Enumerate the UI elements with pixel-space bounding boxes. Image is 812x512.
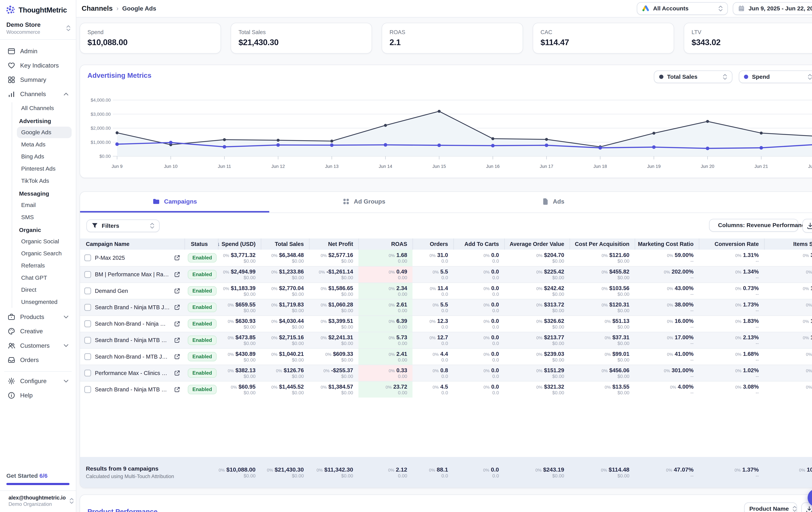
row-checkbox[interactable] [84, 353, 91, 360]
sidebar-item-email[interactable]: Email [17, 199, 71, 211]
sidebar-item-admin[interactable]: Admin [4, 44, 71, 58]
tab-ad-groups[interactable]: Ad Groups [269, 192, 459, 213]
table-row[interactable]: P-Max 2025Enabled0%$3,771.32$0.000%$6,34… [80, 250, 812, 266]
metric-value: 2.12 [396, 466, 407, 473]
metric-subvalue: $0.00 [617, 340, 630, 346]
sidebar-item-meta-ads[interactable]: Meta Ads [17, 139, 71, 150]
sidebar-item-google-ads[interactable]: Google Ads [17, 127, 71, 138]
sidebar-item-channels[interactable]: Channels [4, 87, 71, 101]
metric-value: 1.02% [743, 367, 759, 373]
workspace-selector[interactable]: Demo Store Woocommerce [0, 19, 76, 40]
breadcrumb-section[interactable]: Channels [82, 4, 113, 12]
table-row[interactable]: BM | Performance Max | RampsEnabled0%$2,… [80, 266, 812, 282]
column-header-add-to-carts[interactable]: Add To Carts [454, 238, 504, 250]
external-link-icon[interactable] [174, 337, 180, 343]
date-range-picker[interactable]: Jun 9, 2025 - Jun 22, 2025 [733, 2, 812, 15]
column-header-marketing-cost-ratio[interactable]: Marketing Cost Ratio [635, 238, 699, 250]
row-checkbox[interactable] [84, 337, 91, 344]
percent-delta-label: 0% [388, 319, 395, 324]
row-checkbox[interactable] [84, 370, 91, 377]
tab-ads[interactable]: Ads [459, 192, 648, 213]
external-link-icon[interactable] [174, 354, 180, 360]
percent-delta-label: 0% [321, 286, 327, 291]
table-row[interactable]: Search Brand - Ninja MTB Skills ...Enabl… [80, 381, 812, 397]
row-checkbox[interactable] [84, 288, 91, 294]
column-header-net-profit[interactable]: Net Profit [309, 238, 358, 250]
row-checkbox[interactable] [84, 271, 91, 278]
breadcrumb-chevron-icon: › [116, 5, 119, 12]
row-checkbox[interactable] [84, 386, 91, 393]
campaign-name: Search Non-Brand - Ninja MTB ... [95, 321, 170, 327]
sidebar-item-organic-search[interactable]: Organic Search [17, 248, 71, 259]
sidebar-item-all-channels[interactable]: All Channels [17, 102, 71, 114]
percent-delta-label: 0% [228, 335, 234, 340]
app: ThoughtMetric Demo Store Woocommerce Adm… [0, 0, 812, 512]
sidebar-item-bing-ads[interactable]: Bing Ads [17, 151, 71, 162]
column-header-roas[interactable]: ROAS [358, 238, 412, 250]
row-checkbox[interactable] [84, 304, 91, 311]
column-header-average-order-value[interactable]: Average Order Value [504, 238, 570, 250]
table-row[interactable]: Search Brand - Ninja MTB Bran...Enabled0… [80, 332, 812, 348]
external-link-icon[interactable] [174, 272, 180, 277]
row-checkbox[interactable] [84, 320, 91, 327]
sidebar-item-direct[interactable]: Direct [17, 284, 71, 296]
percent-delta-label: 0% [228, 303, 234, 308]
y-axis-tick: $4,000.00 [91, 97, 111, 102]
sidebar-item-help[interactable]: Help [4, 388, 71, 402]
sidebar-item-configure[interactable]: Configure [4, 374, 71, 388]
metric-cell: 0%0.00.0 [454, 316, 504, 332]
sidebar-item-orders[interactable]: Orders [4, 353, 71, 367]
column-header-orders[interactable]: Orders [412, 238, 453, 250]
column-header-status[interactable]: Status [184, 238, 218, 250]
sidebar-item-chat-gpt[interactable]: Chat GPT [17, 272, 71, 283]
percent-delta-label: 0% [388, 368, 395, 373]
metric-cell: 0%$2,494.99$0.00 [218, 267, 261, 282]
external-link-icon[interactable] [174, 321, 180, 327]
account-filter-select[interactable]: All Accounts [637, 2, 728, 15]
column-header-total-sales[interactable]: Total Sales [261, 238, 309, 250]
table-row[interactable]: Performance Max - Clinics & Ra...Enabled… [80, 365, 812, 381]
percent-delta-label: 0% [231, 385, 237, 390]
primary-metric-select[interactable]: Total Sales [654, 70, 732, 83]
metric-cell: 0%$243.19$0.00 [504, 457, 570, 488]
metric-value: $11,342.30 [324, 466, 353, 473]
external-link-icon[interactable] [174, 387, 180, 393]
product-name-select[interactable]: Product Name [744, 503, 797, 512]
sidebar-item-unsegmented[interactable]: Unsegmented [17, 296, 71, 308]
sidebar-item-customers[interactable]: Customers [4, 338, 71, 353]
sidebar-item-organic-social[interactable]: Organic Social [17, 236, 71, 247]
external-link-icon[interactable] [174, 288, 180, 294]
account-switcher[interactable]: alex@thoughtmetric.io Demo Organization [0, 490, 76, 512]
external-link-icon[interactable] [174, 304, 180, 310]
metric-subvalue: 0.0 [492, 291, 499, 297]
sidebar-item-summary[interactable]: Summary [4, 73, 71, 87]
secondary-metric-select[interactable]: Spend [739, 70, 812, 83]
metric-cell: 0%$3,399.51$0.00 [309, 316, 358, 332]
column-header-spend-usd[interactable]: ↓Spend (USD) [218, 238, 261, 250]
table-row[interactable]: Demand GenEnabled0%$1,183.39$0.000%$2,77… [80, 282, 812, 299]
sidebar-item-products[interactable]: Products [4, 310, 71, 324]
column-header-campaign-name[interactable]: Campaign Name [80, 238, 184, 250]
column-header-items-sold[interactable]: Items Sold [764, 238, 812, 250]
sidebar-item-sms[interactable]: SMS [17, 211, 71, 223]
tab-campaigns[interactable]: Campaigns [80, 192, 269, 213]
table-row[interactable]: Search Non-Brand - Ninja MTB ...Enabled0… [80, 315, 812, 332]
sidebar-item-creative[interactable]: Creative [4, 324, 71, 338]
download-table-button[interactable] [803, 219, 812, 233]
table-row[interactable]: Search Brand - Ninja MTB Jump...Enabled0… [80, 299, 812, 315]
metric-value: 6.39 [397, 318, 407, 324]
filters-select[interactable]: Filters [86, 219, 160, 232]
sidebar-item-pinterest-ads[interactable]: Pinterest Ads [17, 163, 71, 174]
column-header-conversion-rate[interactable]: Conversion Rate [699, 238, 764, 250]
table-row[interactable]: Search Non-Brand - MTB Jump...Enabled0%$… [80, 348, 812, 365]
metric-subvalue: $0.00 [341, 291, 353, 297]
column-header-cost-per-acquisition[interactable]: Cost Per Acquisition [570, 238, 635, 250]
sidebar-item-referrals[interactable]: Referrals [17, 260, 71, 271]
sidebar-item-tiktok-ads[interactable]: TikTok Ads [17, 175, 71, 186]
external-link-icon[interactable] [174, 255, 180, 261]
percent-delta-label: 0% [536, 335, 543, 340]
columns-select[interactable]: Columns: Revenue Performance [709, 219, 798, 232]
sidebar-item-key-indicators[interactable]: Key Indicators [4, 58, 71, 72]
row-checkbox[interactable] [84, 254, 91, 261]
external-link-icon[interactable] [174, 370, 180, 376]
